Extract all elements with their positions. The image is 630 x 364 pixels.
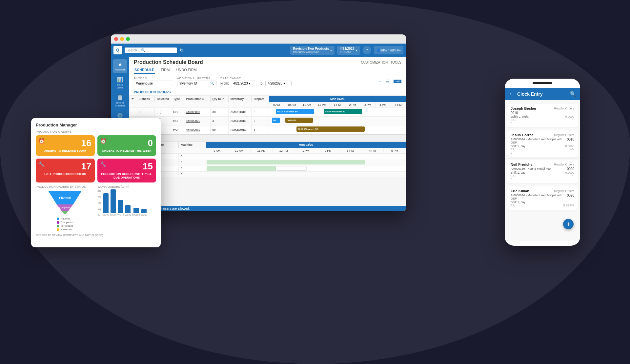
bar-wc30: WC30	[141, 209, 147, 216]
from-label: From:	[220, 82, 229, 85]
funnel-label: PRODUCTION ORDERS BY STATUS	[36, 185, 94, 188]
m-gantt-2	[206, 159, 406, 165]
row-production-link-2[interactable]: AM000029	[184, 117, 210, 125]
m-time-3pm: 3 PM	[339, 148, 361, 154]
legend-inprocess: In Process	[57, 224, 73, 227]
bar-label-4: WC#0	[125, 214, 131, 216]
time-9am: 9 AM	[269, 102, 284, 108]
order-type-jesus: Regular Orders	[554, 133, 574, 137]
m-machine-3: 0	[179, 165, 206, 172]
menu-button[interactable]: ☰	[385, 79, 390, 84]
clock-entry-joseph[interactable]: Joseph Becher Regular Orders 0010 vShift…	[507, 104, 578, 127]
time-jesus: –/–	[570, 148, 574, 151]
bar-columns: WC#0 WC#0 WC70 WC#0	[103, 190, 147, 216]
divider-3	[505, 185, 580, 185]
table-row: S RO AM000029 3 AMKEURIG 5 00	[130, 117, 406, 125]
row-production-link-3[interactable]: AM000032	[184, 125, 210, 134]
m-machine-1: 0	[179, 154, 206, 159]
m-machine-4: 0	[179, 172, 206, 177]
kpi-row-bottom: 🔧 17 LATE PRODUCTION ORDERS 🔧 15 PRODUCT…	[36, 159, 156, 183]
kpi-row-top: ⏰ 16 ORDERS TO RELEASE TODAY ⏰ 0 ORDERS …	[36, 135, 156, 156]
clock-entry-eric[interactable]: Eric Killian Regular Orders AM000074 - M…	[507, 186, 578, 210]
row-gantt-cell-3: 0010 Planned 50	[269, 125, 406, 134]
date-display[interactable]: 4/21/2023 8:19 AM ▾	[337, 46, 360, 55]
time-11am: 11 AM	[299, 102, 315, 108]
tab-schedule[interactable]: SCHEDULE	[134, 67, 155, 74]
machines-section-header: MACHINES	[129, 134, 406, 142]
machine-row: 0001 0 0	[130, 154, 406, 159]
legend-dot-released	[57, 228, 59, 231]
row-qty-3: 50	[210, 125, 228, 134]
inventory-id-input[interactable]: Inventory ID 🔍	[177, 81, 216, 86]
filters-label: FILTERS	[134, 77, 173, 80]
employee-name-eric: Eric Killian	[511, 189, 529, 193]
date-column-header: Mon 04/25	[269, 96, 406, 102]
order-desc-neil: AM000169 - Keurig Model 450	[511, 167, 551, 171]
row-dispatch-2: 5	[252, 117, 269, 125]
customization-button[interactable]: CUSTOMIZATION	[361, 61, 388, 64]
m-gantt-3	[206, 165, 406, 172]
search-bar[interactable]: Search... 🔍	[125, 48, 177, 53]
m-machine-2: 0	[179, 159, 206, 165]
funnel-legend: Planned Completed In Process Released	[57, 217, 73, 232]
machines-table: Shift Crew Size Machine Mon 04/25 9 AM 1…	[129, 142, 406, 177]
row-type: RO	[171, 117, 184, 125]
row-checkbox[interactable]	[155, 108, 171, 117]
mobile-search-icon[interactable]: 🔍	[570, 91, 576, 97]
wrench-icon-late: 🔧	[38, 161, 45, 167]
gantt-bar-label-2: 0020 Planned 30	[325, 110, 345, 113]
add-button[interactable]: +	[379, 79, 381, 84]
pm-bottom-section: PRODUCTION ORDERS BY STATUS Planned Comp…	[36, 185, 156, 232]
refresh-icon[interactable]: ↻	[180, 48, 184, 53]
mobile-header: ← Clock Entry 🔍	[505, 88, 580, 100]
user-menu[interactable]: 👤 admin admin ▾	[374, 46, 403, 54]
sidebar-item-favorites[interactable]: ★ Favorites	[113, 59, 127, 73]
clock-entry-neil[interactable]: Neil Frerichs Regular Orders AM000169 - …	[507, 160, 578, 183]
order-desc-eric: AM000074 - Manufactured Scalpel with OSP	[511, 194, 567, 200]
col-type: Type	[171, 96, 184, 102]
clock-entry-jesus[interactable]: Jesus Correa Regular Orders AM000074 - M…	[507, 130, 578, 157]
window-close-btn[interactable]	[114, 37, 118, 41]
sidebar-label-dataviews: Data Views	[114, 83, 126, 89]
user-chevron-icon: ▾	[399, 48, 401, 52]
sidebar-item-data-views[interactable]: 📊 Data Views	[113, 74, 127, 91]
divider-2	[505, 158, 580, 159]
kpi-orders-today[interactable]: ⏰ 16 ORDERS TO RELEASE TODAY	[36, 135, 95, 156]
add-entry-fab[interactable]: +	[563, 219, 574, 229]
kpi-late-orders[interactable]: 🔧 17 LATE PRODUCTION ORDERS	[36, 159, 95, 183]
tab-undo-firm[interactable]: UNDO FIRM	[175, 67, 197, 74]
status-bar: only two concurrent users are allowed.	[129, 206, 406, 211]
window-minimize-btn[interactable]	[120, 37, 124, 41]
back-button[interactable]: ←	[509, 90, 515, 97]
nav-logo: Q	[113, 46, 122, 54]
sidebar-item-bom[interactable]: 📋 Bills of Material	[113, 92, 127, 109]
qty-joseph: 0	[511, 122, 512, 125]
kpi-pastdue-orders[interactable]: 🔧 15 PRODUCTION ORDERS WITH PAST-DUE OPE…	[97, 159, 156, 183]
row-production-link[interactable]: AM000007	[184, 108, 210, 117]
bar-rect-1	[103, 193, 109, 213]
company-sub: Products Wholesale	[293, 50, 329, 54]
gantt-bar-00: 00	[272, 118, 280, 123]
gantt-bar-0020-planned-30: 0020 Planned 30	[324, 109, 362, 114]
legend-label-inprocess: In Process	[61, 224, 73, 227]
kpi-label-week: ORDERS TO RELEASE THIS WEEK	[101, 149, 153, 153]
tab-firm[interactable]: FIRM	[160, 67, 171, 74]
row-inventory-2: AMKEURIG	[228, 117, 252, 125]
col-inventory: Inventory I	[228, 96, 252, 102]
kpi-orders-week[interactable]: ⏰ 0 ORDERS TO RELEASE THIS WEEK	[97, 135, 156, 156]
kpi-label-late: LATE PRODUCTION ORDERS	[39, 172, 91, 176]
window-maximize-btn[interactable]	[126, 37, 130, 41]
employee-name-neil: Neil Frerichs	[511, 163, 533, 166]
dataviews-icon: 📊	[117, 76, 123, 83]
company-selector[interactable]: Revision Two Products Products Wholesale…	[290, 46, 335, 55]
tools-button[interactable]: TOOLS	[390, 61, 401, 64]
hours-neil: 0.0000	[565, 171, 574, 174]
page-header: Production Schedule Board CUSTOMIZATION …	[129, 57, 406, 74]
warehouse-input[interactable]: Warehouse	[134, 81, 173, 86]
m-time-12pm: 12 PM	[273, 148, 295, 154]
to-date-input[interactable]: 4/28/2023 ▾	[265, 81, 292, 86]
from-date-input[interactable]: 4/21/2023 ▾	[231, 81, 257, 86]
help-button[interactable]: ?	[363, 46, 371, 54]
from-date-value: 4/21/2023	[233, 82, 248, 85]
kpi-number-today: 16	[39, 139, 91, 148]
